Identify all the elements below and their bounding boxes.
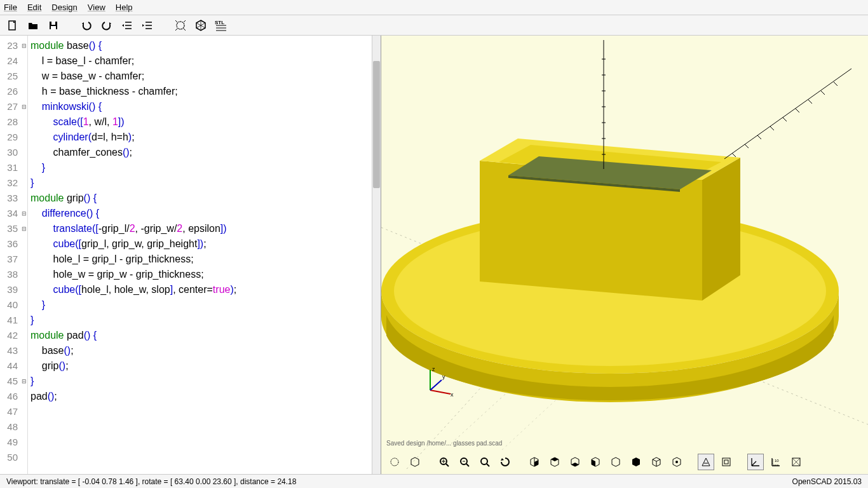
view-center-icon[interactable] [668,454,685,470]
reset-view-icon[interactable] [497,454,513,470]
render-icon[interactable] [407,454,423,470]
line-gutter: 2324252627282930313233343536373839404142… [0,36,20,474]
view-front-icon[interactable] [607,454,624,470]
menu-file[interactable]: File [4,3,17,12]
unindent-button[interactable] [119,18,135,33]
show-scale-icon[interactable]: 10 [768,454,784,470]
view-diag-icon[interactable] [648,454,665,470]
indent-button[interactable] [140,18,155,33]
menu-view[interactable]: View [88,3,105,12]
new-button[interactable] [5,18,20,33]
export-stl-button[interactable]: STL [214,18,229,33]
main-area: 2324252627282930313233343536373839404142… [0,36,868,474]
svg-rect-3 [51,26,56,29]
svg-text:x: x [451,391,454,398]
view-back-icon[interactable] [628,454,644,470]
svg-rect-23 [724,460,728,464]
open-button[interactable] [25,18,41,33]
svg-line-20 [487,464,489,466]
svg-point-4 [177,22,184,29]
viewport-toolbar: 10 [386,454,804,470]
fold-column[interactable]: ⊟⊟⊟⊟⊟ [20,36,28,474]
redo-button[interactable] [99,18,114,33]
preview-icon[interactable] [386,454,403,470]
zoom-out-icon[interactable] [477,454,493,470]
svg-line-18 [466,464,469,466]
svg-text:y: y [442,374,445,380]
show-axes-icon[interactable] [747,454,764,470]
menu-design[interactable]: Design [51,3,77,12]
main-toolbar: STL [0,15,868,36]
svg-rect-22 [722,458,730,466]
view-left-icon[interactable] [587,454,604,470]
svg-text:10: 10 [775,459,779,463]
viewport-message: Saved design /home/... glasses pad.scad [386,440,863,449]
svg-text:STL: STL [215,20,224,25]
svg-rect-2 [51,22,55,25]
preview-button[interactable] [173,18,188,33]
code-editor[interactable]: 2324252627282930313233343536373839404142… [0,36,381,474]
svg-line-10 [430,390,451,394]
perspective-icon[interactable] [698,454,714,470]
axis-gizmo: z x y [423,366,454,398]
undo-button[interactable] [79,18,94,33]
view-bottom-icon[interactable] [567,454,583,470]
render-button[interactable] [193,18,208,33]
zoom-in-icon[interactable] [456,454,473,470]
svg-line-16 [446,464,449,466]
3d-viewport[interactable]: z x y Saved design /home/... glasses pad… [381,36,868,474]
svg-point-19 [481,458,487,464]
svg-point-14 [391,458,398,466]
svg-point-21 [675,461,678,463]
menu-edit[interactable]: Edit [27,3,41,12]
scrollbar-thumb[interactable] [373,61,380,188]
save-button[interactable] [46,18,61,33]
orthographic-icon[interactable] [718,454,735,470]
menu-help[interactable]: Help [116,3,133,12]
statusbar: Viewport: translate = [ -0.04 0.78 1.46 … [0,474,868,488]
view-right-icon[interactable] [526,454,543,470]
status-version: OpenSCAD 2015.03 [792,477,862,486]
svg-line-12 [430,380,442,390]
svg-text:z: z [432,366,435,372]
status-viewport: Viewport: translate = [ -0.04 0.78 1.46 … [6,477,296,486]
show-edges-icon[interactable] [788,454,804,470]
menubar: File Edit Design View Help [0,0,868,15]
rendered-model [381,36,868,474]
view-top-icon[interactable] [546,454,563,470]
editor-scrollbar[interactable] [372,36,381,474]
code-area[interactable]: module base() { l = base_l - chamfer; w … [28,36,381,474]
zoom-fit-icon[interactable] [436,454,452,470]
